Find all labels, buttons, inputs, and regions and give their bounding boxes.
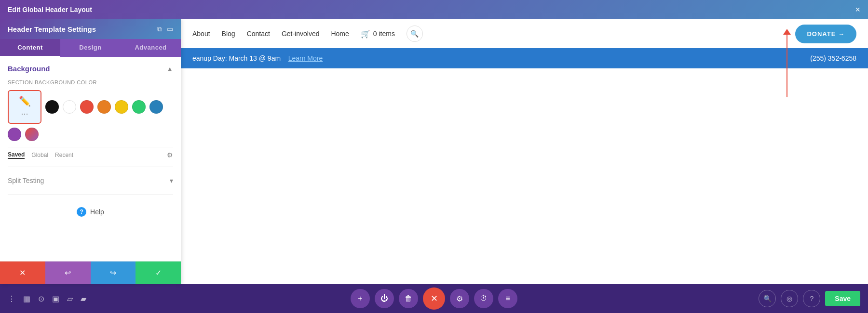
toolbar-circle-icon[interactable]: ◎	[781, 290, 798, 307]
nav-link-about[interactable]: About	[192, 30, 210, 38]
toolbar-menu-icon[interactable]: ⋮	[8, 294, 15, 303]
main-layout: Header Template Settings ⧉ ▭ Content Des…	[0, 19, 868, 284]
bottom-toolbar: ⋮ ▦ ⊙ ▣ ▱ ▰ + ⏻ 🗑 ✕ ⚙ ⏱ ≡ 🔍 ◎ ? Save	[0, 284, 868, 313]
eyedropper-swatch[interactable]: ✏️ ···	[8, 90, 41, 124]
redo-button[interactable]: ↪	[91, 261, 136, 284]
add-section-button[interactable]: +	[351, 289, 370, 308]
panel-tabs: Content Design Advanced	[0, 39, 181, 57]
cart-area[interactable]: 🛒 0 items	[361, 29, 395, 39]
left-panel: Header Template Settings ⧉ ▭ Content Des…	[0, 19, 181, 284]
panel-content: Background ▲ Section Background Color ✏️…	[0, 57, 181, 261]
panel-header: Header Template Settings ⧉ ▭	[0, 19, 181, 39]
toolbar-search-right-icon[interactable]: 🔍	[759, 290, 776, 307]
tab-design[interactable]: Design	[60, 39, 121, 57]
panel-collapse-icon[interactable]: ▭	[167, 25, 173, 33]
panel-header-icons: ⧉ ▭	[157, 25, 173, 33]
three-dots: ···	[21, 109, 28, 119]
top-bar-title: Edit Global Header Layout	[8, 6, 92, 13]
eyedropper-icon: ✏️	[19, 95, 31, 107]
announcement-text: eanup Day: March 13 @ 9am – Learn More	[192, 54, 323, 63]
toolbar-left: ⋮ ▦ ⊙ ▣ ▱ ▰	[8, 294, 86, 303]
toolbar-mobile-icon[interactable]: ▰	[81, 294, 86, 303]
search-icon[interactable]: 🔍	[407, 26, 423, 42]
announcement-link[interactable]: Learn More	[288, 54, 323, 62]
color-presets-row: Saved Global Recent ⚙	[8, 147, 173, 159]
panel-resize-icon[interactable]: ⧉	[157, 25, 162, 33]
tab-advanced[interactable]: Advanced	[121, 39, 181, 57]
toolbar-right: 🔍 ◎ ? Save	[759, 290, 860, 307]
section-collapse-icon[interactable]: ▲	[166, 65, 173, 73]
menu-button[interactable]: ≡	[498, 289, 517, 308]
toolbar-tablet-icon[interactable]: ▱	[67, 294, 73, 303]
background-section-title: Background	[8, 65, 50, 73]
cancel-button[interactable]: ✕	[0, 261, 45, 284]
power-button[interactable]: ⏻	[375, 289, 394, 308]
toolbar-help-icon[interactable]: ?	[803, 290, 820, 307]
toolbar-search-icon[interactable]: ⊙	[38, 294, 44, 303]
split-testing-chevron[interactable]: ▾	[170, 177, 173, 184]
color-swatch-black[interactable]	[45, 100, 59, 114]
color-swatch-white[interactable]	[63, 100, 76, 114]
top-bar: Edit Global Header Layout ×	[0, 0, 868, 19]
background-section: Background ▲ Section Background Color ✏️…	[8, 65, 173, 159]
header-nav: About Blog Contact Get-involved Home 🛒 0…	[181, 19, 868, 48]
cart-count: 0 items	[373, 30, 395, 38]
color-swatch-green[interactable]	[132, 100, 146, 114]
section-header: Background ▲	[8, 65, 173, 73]
nav-link-get-involved[interactable]: Get-involved	[282, 30, 320, 38]
close-section-button[interactable]: ✕	[423, 287, 445, 310]
save-button[interactable]: Save	[825, 291, 860, 306]
announcement-phone: (255) 352-6258	[810, 54, 856, 62]
preset-gear-icon[interactable]: ⚙	[167, 151, 173, 159]
delete-button[interactable]: 🗑	[399, 289, 418, 308]
nav-link-home[interactable]: Home	[331, 30, 349, 38]
panel-header-title: Header Template Settings	[8, 25, 96, 33]
split-testing-label: Split Testing	[8, 177, 44, 184]
color-swatch-yellow[interactable]	[115, 100, 128, 114]
announcement-bar: eanup Day: March 13 @ 9am – Learn More (…	[181, 48, 868, 68]
color-swatch-gradient[interactable]	[25, 128, 39, 141]
undo-button[interactable]: ↩	[45, 261, 91, 284]
announcement-prefix: eanup Day: March 13 @ 9am –	[192, 54, 288, 62]
timer-button[interactable]: ⏱	[474, 289, 493, 308]
help-row: ? Help	[8, 202, 173, 222]
help-icon[interactable]: ?	[77, 207, 86, 217]
close-button[interactable]: ×	[855, 5, 860, 14]
color-swatch-red[interactable]	[80, 100, 94, 114]
nav-links: About Blog Contact Get-involved Home 🛒 0…	[192, 26, 780, 42]
help-text[interactable]: Help	[90, 208, 104, 216]
nav-link-contact[interactable]: Contact	[247, 30, 270, 38]
color-subsection-label: Section Background Color	[8, 79, 173, 85]
settings-button[interactable]: ⚙	[450, 289, 469, 308]
color-swatch-orange[interactable]	[97, 100, 111, 114]
save-check-button[interactable]: ✓	[136, 261, 181, 284]
color-swatches: ✏️ ···	[8, 90, 173, 141]
toolbar-grid-icon[interactable]: ▦	[23, 294, 30, 303]
tab-content[interactable]: Content	[0, 39, 60, 57]
toolbar-center: + ⏻ 🗑 ✕ ⚙ ⏱ ≡	[351, 287, 517, 310]
donate-button[interactable]: DONATE →	[795, 25, 856, 43]
divider	[8, 167, 173, 167]
preset-tab-recent[interactable]: Recent	[55, 152, 73, 158]
color-swatch-purple[interactable]	[8, 128, 21, 141]
panel-footer: ✕ ↩ ↪ ✓	[0, 261, 181, 284]
color-swatch-blue[interactable]	[149, 100, 163, 114]
nav-link-blog[interactable]: Blog	[222, 30, 235, 38]
preset-tab-saved[interactable]: Saved	[8, 151, 25, 159]
split-testing-row: Split Testing ▾	[8, 175, 173, 186]
cart-icon: 🛒	[361, 29, 370, 39]
preview-area: About Blog Contact Get-involved Home 🛒 0…	[181, 19, 868, 284]
toolbar-desktop-icon[interactable]: ▣	[52, 294, 59, 303]
preset-tab-global[interactable]: Global	[31, 152, 48, 158]
divider2	[8, 194, 173, 195]
